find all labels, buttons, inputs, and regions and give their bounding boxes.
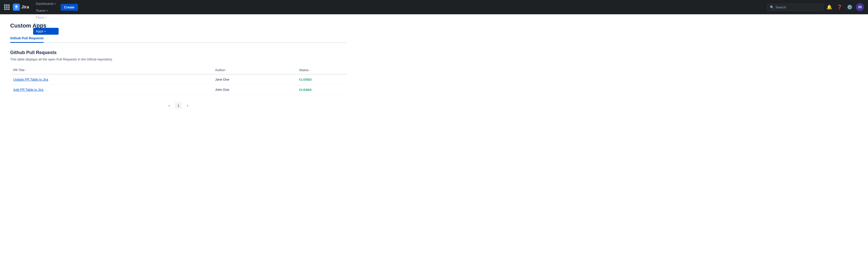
- pr-title-link[interactable]: Update PR Table to Jira: [13, 78, 48, 81]
- chevron-down-icon: ▾: [45, 16, 46, 19]
- table-row: Add PR Table to Jira John Doe CLOSED: [10, 85, 347, 95]
- nav-label-apps: Apps: [36, 29, 43, 33]
- help-icon: ❓: [837, 4, 842, 10]
- section: Github Pull Requests This table displays…: [10, 50, 347, 109]
- section-description: This table displays all the open Pull Re…: [10, 57, 347, 61]
- sort-icon-pr-title: ↑: [25, 69, 26, 72]
- col-header-status[interactable]: Status↑: [296, 66, 347, 74]
- pagination: ‹ 1 ›: [10, 102, 347, 109]
- page-title: Custom Apps: [10, 23, 347, 29]
- status-badge: CLOSED: [299, 88, 312, 91]
- nav-label-plans: Plans: [36, 16, 44, 19]
- navbar: Jira Your work▾Projects▾Filters▾Dashboar…: [0, 0, 868, 14]
- nav-item-plans[interactable]: Plans▾: [33, 14, 58, 21]
- col-header-pr-title[interactable]: PR Title↑: [10, 66, 212, 74]
- chevron-down-icon: ▾: [44, 30, 45, 33]
- settings-button[interactable]: ⚙️: [845, 3, 854, 11]
- author-cell: Jane Doe: [212, 74, 296, 85]
- table-header: PR Title↑Author↑Status↑: [10, 66, 347, 74]
- nav-items: Your work▾Projects▾Filters▾Dashboards▾Te…: [33, 0, 58, 35]
- nav-label-dashboards: Dashboards: [36, 2, 54, 6]
- logo-text: Jira: [22, 5, 29, 9]
- author-value: John Doe: [215, 88, 229, 91]
- pr-title-cell: Update PR Table to Jira: [10, 74, 212, 85]
- bell-icon: 🔔: [827, 4, 832, 10]
- notifications-button[interactable]: 🔔: [825, 3, 833, 11]
- grid-menu-icon[interactable]: [4, 4, 10, 10]
- search-icon: 🔍: [770, 5, 774, 9]
- search-input[interactable]: [775, 5, 820, 9]
- sort-icon-status: ↑: [309, 69, 310, 72]
- status-badge: CLOSED: [299, 78, 312, 81]
- pr-table: PR Title↑Author↑Status↑ Update PR Table …: [10, 66, 347, 95]
- status-cell: CLOSED: [296, 74, 347, 85]
- author-cell: John Doe: [212, 85, 296, 95]
- create-button[interactable]: Create: [61, 4, 78, 11]
- next-page-button[interactable]: ›: [184, 102, 191, 109]
- sort-icon-author: ↑: [225, 69, 227, 72]
- nav-item-teams[interactable]: Teams▾: [33, 7, 58, 14]
- prev-page-button[interactable]: ‹: [166, 102, 173, 109]
- col-header-author[interactable]: Author↑: [212, 66, 296, 74]
- avatar[interactable]: JD: [856, 3, 864, 11]
- gear-icon: ⚙️: [847, 4, 852, 10]
- table-body: Update PR Table to Jira Jane Doe CLOSED …: [10, 74, 347, 95]
- search-box[interactable]: 🔍: [767, 4, 823, 11]
- tabs-container: Github Pull Requests: [10, 34, 347, 43]
- col-label-status: Status: [299, 68, 309, 72]
- pr-title-cell: Add PR Table to Jira: [10, 85, 212, 95]
- chevron-left-icon: ‹: [168, 103, 170, 108]
- chevron-down-icon: ▾: [46, 9, 48, 12]
- col-label-pr-title: PR Title: [13, 68, 25, 72]
- nav-item-dashboards[interactable]: Dashboards▾: [33, 0, 58, 7]
- pr-title-link[interactable]: Add PR Table to Jira: [13, 88, 43, 91]
- chevron-down-icon: ▾: [55, 3, 56, 5]
- tab-github-pr[interactable]: Github Pull Requests: [10, 34, 43, 43]
- current-page: 1: [175, 102, 182, 109]
- navbar-right: 🔍 🔔 ❓ ⚙️ JD: [767, 3, 864, 11]
- col-label-author: Author: [215, 68, 225, 72]
- nav-label-teams: Teams: [36, 9, 45, 12]
- help-button[interactable]: ❓: [835, 3, 843, 11]
- logo[interactable]: Jira: [13, 4, 29, 11]
- status-cell: CLOSED: [296, 85, 347, 95]
- table-row: Update PR Table to Jira Jane Doe CLOSED: [10, 74, 347, 85]
- chevron-right-icon: ›: [187, 103, 188, 108]
- section-title: Github Pull Requests: [10, 50, 347, 55]
- author-value: Jane Doe: [215, 78, 229, 81]
